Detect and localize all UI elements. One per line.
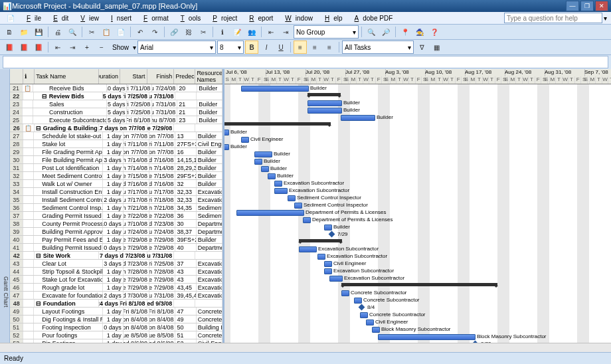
- task-row[interactable]: 23Sales5 daysFri 7/25/08Thu 7/31/0821Bui…: [10, 100, 222, 108]
- task-bar[interactable]: [274, 181, 282, 187]
- print-icon[interactable]: 🖨: [51, 25, 64, 39]
- zoom-out-icon[interactable]: 🔍: [365, 25, 378, 39]
- task-row[interactable]: 31Post Lot Identification1 dayMon 7/14/0…: [10, 164, 222, 172]
- task-row[interactable]: 44Strip Topsoil & Stockpile1 dayMon 7/28…: [10, 268, 222, 276]
- redo-icon[interactable]: ↷: [148, 25, 161, 39]
- task-bar[interactable]: [254, 159, 262, 165]
- link-icon[interactable]: 🔗: [167, 25, 181, 39]
- expand-icon[interactable]: +: [80, 41, 94, 54]
- task-bar[interactable]: [236, 210, 304, 216]
- task-row[interactable]: 46Rough grade lot1 dayTue 7/29/08Tue 7/2…: [10, 284, 222, 292]
- entry-bar[interactable]: [3, 56, 608, 68]
- summary-bar[interactable]: [341, 283, 497, 286]
- font-select[interactable]: Arial▾: [137, 41, 216, 54]
- outdent-icon[interactable]: ⇥: [279, 25, 292, 39]
- show-label[interactable]: Show: [110, 44, 131, 51]
- task-bar[interactable]: [329, 276, 343, 282]
- outdent2-icon[interactable]: ⇤: [51, 41, 64, 54]
- size-select[interactable]: 8▾: [217, 41, 244, 54]
- task-row[interactable]: 34Install Construction Entrance1 dayThu …: [10, 188, 222, 196]
- task-row[interactable]: 21📋Receive Bids10 daysFri 7/11/08Thu 7/2…: [10, 84, 222, 92]
- indent2-icon[interactable]: ⇥: [66, 41, 79, 54]
- wizard-icon[interactable]: 🧙: [413, 25, 426, 39]
- col-indicator[interactable]: ℹ: [23, 69, 35, 84]
- task-row[interactable]: 45Stake Lot for Excavation1 dayTue 7/29/…: [10, 276, 222, 284]
- milestone[interactable]: [329, 231, 335, 238]
- col-resource[interactable]: Resource Names: [195, 69, 222, 84]
- milestone[interactable]: [359, 304, 365, 311]
- undo-icon[interactable]: ↶: [133, 25, 147, 39]
- view-bar[interactable]: Gantt Chart: [0, 69, 10, 364]
- col-start[interactable]: Start: [120, 69, 147, 84]
- split-icon[interactable]: ✂: [197, 25, 210, 39]
- task-bar[interactable]: [354, 298, 362, 304]
- menu-insert[interactable]: Insert: [103, 13, 135, 23]
- task-bar[interactable]: [274, 188, 288, 194]
- horizontal-scrollbar[interactable]: [0, 343, 611, 353]
- task-bar[interactable]: [324, 225, 332, 230]
- maximize-button[interactable]: ❐: [580, 1, 594, 11]
- task-row[interactable]: 33Walk Lot w/ Owner1 dayWed 7/16/08Wed 7…: [10, 180, 222, 188]
- align-center-icon[interactable]: ≡: [308, 41, 321, 54]
- task-bar[interactable]: [224, 130, 229, 136]
- task-row[interactable]: 25Execute Subcontractor Agreeme5 daysFri…: [10, 116, 222, 124]
- task-row[interactable]: 42⊟ Site Work7 daysWed 7/23/08Thu 7/31/0…: [10, 252, 222, 260]
- task-bar[interactable]: [241, 86, 309, 92]
- collapse-icon[interactable]: −: [95, 41, 108, 54]
- task-row[interactable]: 22⊟ Review Bids5 daysFri 7/25/08Thu 7/31…: [10, 92, 222, 100]
- zoom-in-icon[interactable]: 🔎: [379, 25, 393, 39]
- copy-icon[interactable]: 📋: [100, 25, 113, 39]
- help-icon[interactable]: ❓: [428, 25, 441, 39]
- task-bar[interactable]: [324, 261, 332, 267]
- menu-window[interactable]: Window: [277, 13, 317, 23]
- task-row[interactable]: 40Pay Permit Fees and Excise Taxe1 dayTu…: [10, 236, 222, 244]
- task-row[interactable]: 36Sediment Control Insp.1 dayMon 7/21/08…: [10, 204, 222, 212]
- align-left-icon[interactable]: ≡: [294, 41, 307, 54]
- col-id[interactable]: [10, 69, 23, 84]
- task-bar[interactable]: [288, 195, 296, 201]
- indent-icon[interactable]: ⇤: [264, 25, 278, 39]
- col-pred[interactable]: Predecessors: [174, 69, 195, 84]
- summary-bar[interactable]: [307, 93, 341, 96]
- gantt-body[interactable]: BuilderBuilderBuilderBuilderBuilderCivil…: [224, 84, 611, 364]
- task-row[interactable]: 49Layout Footings1 dayFri 8/1/08Fri 8/1/…: [10, 308, 222, 316]
- menu-tools[interactable]: Tools: [173, 13, 205, 23]
- task-bar[interactable]: [317, 254, 325, 260]
- goto-icon[interactable]: 📍: [398, 25, 412, 39]
- close-button[interactable]: ✕: [595, 1, 608, 11]
- preview-icon[interactable]: 🔍: [66, 25, 79, 39]
- task-bar[interactable]: [307, 108, 342, 114]
- filter-select[interactable]: All Tasks▾: [342, 41, 414, 54]
- task-row[interactable]: 37Grading Permit Issued1 dayTue 7/22/08T…: [10, 212, 222, 220]
- task-bar[interactable]: [341, 115, 375, 121]
- task-bar[interactable]: [378, 334, 476, 340]
- task-row[interactable]: 52Pour footings1 dayTue 8/5/08Tue 8/5/08…: [10, 331, 222, 339]
- italic-icon[interactable]: I: [260, 41, 273, 54]
- task-bar[interactable]: [268, 173, 276, 179]
- task-row[interactable]: 48⊟ Foundation24 daysFri 8/1/08Wed 9/3/0…: [10, 300, 222, 308]
- task-row[interactable]: 26📋⊟ Grading & Building Permits17 daysMo…: [10, 124, 222, 132]
- task-bar[interactable]: [372, 327, 380, 333]
- summary-bar[interactable]: [299, 239, 342, 242]
- summary-bar[interactable]: [224, 122, 331, 126]
- task-row[interactable]: 47Excavate for foundation2 daysWed 7/30/…: [10, 292, 222, 300]
- menu-project[interactable]: Project: [205, 13, 241, 23]
- pdf3-icon[interactable]: 📕: [32, 41, 45, 54]
- menu-help[interactable]: Help: [317, 13, 347, 23]
- pdf2-icon[interactable]: 📕: [17, 41, 31, 54]
- task-bar[interactable]: [360, 312, 368, 318]
- task-row[interactable]: 27Schedule lot stake-out1 dayMon 7/7/08M…: [10, 132, 222, 140]
- cut-icon[interactable]: ✂: [85, 25, 98, 39]
- task-row[interactable]: 51Footing Inspection0 daysMon 8/4/08Mon …: [10, 323, 222, 331]
- task-bar[interactable]: [261, 166, 269, 172]
- task-row[interactable]: 28Stake lot1 dayFri 7/11/08Fri 7/11/0827…: [10, 140, 222, 148]
- menu-adobe-pdf[interactable]: Adobe PDF: [347, 13, 397, 23]
- align-right-icon[interactable]: ≡: [323, 41, 336, 54]
- task-bar[interactable]: [366, 319, 374, 325]
- open-icon[interactable]: 📁: [17, 25, 31, 39]
- task-row[interactable]: 35Install Sediment Controls2 daysThu 7/1…: [10, 196, 222, 204]
- notes-icon[interactable]: 📝: [230, 25, 244, 39]
- task-row[interactable]: 50Dig Footings & Install Reinforcing1 da…: [10, 316, 222, 323]
- timescale[interactable]: Jul 6, '08SMTWTFSJul 13, '08SMTWTFSJul 2…: [224, 69, 611, 84]
- task-row[interactable]: 30File Building Permit Application3 days…: [10, 156, 222, 164]
